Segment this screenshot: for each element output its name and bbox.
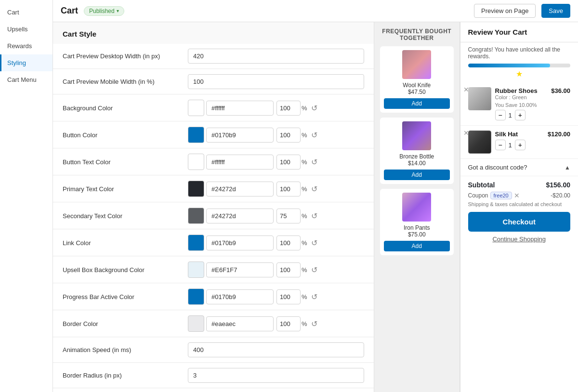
border-radius-label: Border Radius (in px) bbox=[63, 372, 188, 379]
sidebar-item-upsells[interactable]: Upsells bbox=[0, 21, 53, 38]
silk-hat-qty-value: 1 bbox=[509, 142, 512, 149]
preview-product-bronze: Bronze Bottle $14.00 Add bbox=[380, 118, 453, 184]
desktop-width-label: Cart Preview Desktop Width (in px) bbox=[63, 52, 188, 60]
rubber-shoes-qty: − 1 + bbox=[495, 110, 548, 120]
rubber-shoes-qty-decrease[interactable]: − bbox=[495, 110, 506, 120]
upsell-bg-color-label: Upsell Box Background Color bbox=[63, 266, 188, 274]
progress-bar-color-swatch[interactable] bbox=[188, 288, 204, 305]
primary-text-color-row: Primary Text Color % ↺ bbox=[53, 176, 374, 202]
background-color-row: Background Color % ↺ bbox=[53, 95, 374, 121]
border-pct-label: % bbox=[302, 320, 307, 327]
wool-add-button[interactable]: Add bbox=[384, 98, 449, 109]
link-reset-icon[interactable]: ↺ bbox=[311, 238, 317, 248]
preview-product-iron: Iron Pants $75.00 Add bbox=[380, 189, 453, 255]
upsell-bg-color-hex[interactable] bbox=[206, 262, 274, 277]
button-color-label: Button Color bbox=[63, 131, 188, 139]
progress-bar-color-row: Progress Bar Active Color % ↺ bbox=[53, 284, 374, 310]
background-color-pct[interactable] bbox=[276, 101, 301, 116]
animation-speed-row: Animation Speed (in ms) bbox=[53, 338, 374, 363]
button-text-color-row: Button Text Color % ↺ bbox=[53, 149, 374, 175]
border-color-hex[interactable] bbox=[206, 316, 274, 331]
published-badge[interactable]: Published ▾ bbox=[84, 6, 124, 16]
border-color-pct[interactable] bbox=[276, 316, 301, 331]
remove-silk-hat-icon[interactable]: ✕ bbox=[463, 130, 469, 136]
secondary-text-color-swatch[interactable] bbox=[188, 208, 204, 224]
button-text-color-hex[interactable] bbox=[206, 155, 274, 170]
sidebar-item-styling[interactable]: Styling bbox=[0, 54, 53, 71]
border-color-swatch[interactable] bbox=[188, 315, 204, 332]
silk-hat-price: $120.00 bbox=[548, 131, 570, 138]
rubber-shoes-variant: Color : Green bbox=[495, 94, 548, 100]
rubber-shoes-name: Rubber Shoes bbox=[495, 87, 548, 94]
mobile-width-input[interactable] bbox=[188, 74, 364, 89]
discount-section: Got a discount code? ▲ bbox=[460, 159, 578, 176]
secondary-text-color-pct[interactable] bbox=[276, 209, 301, 223]
checkout-button[interactable]: Checkout bbox=[468, 212, 571, 232]
primary-text-color-hex[interactable] bbox=[206, 182, 274, 196]
badge-chevron-icon: ▾ bbox=[117, 8, 119, 13]
progress-bar-color-hex[interactable] bbox=[206, 289, 274, 304]
button-color-pct[interactable] bbox=[276, 128, 301, 143]
preview-panel: Frequently Bought Together Wool Knife $4… bbox=[374, 22, 460, 392]
bronze-add-button[interactable]: Add bbox=[384, 170, 449, 180]
silk-hat-qty-decrease[interactable]: − bbox=[495, 140, 506, 150]
sidebar-item-cart[interactable]: Cart bbox=[0, 4, 53, 21]
sidebar: Cart Upsells Rewards Styling Cart Menu bbox=[0, 0, 53, 392]
save-button[interactable]: Save bbox=[541, 4, 570, 18]
silk-hat-qty-increase[interactable]: + bbox=[515, 140, 525, 150]
silk-hat-details: Silk Hat − 1 + bbox=[495, 131, 544, 150]
border-radius-input[interactable] bbox=[188, 368, 364, 383]
sidebar-item-cart-menu[interactable]: Cart Menu bbox=[0, 71, 53, 88]
button-color-hex[interactable] bbox=[206, 128, 274, 143]
cart-item-rubber-shoes: ✕ Rubber Shoes Color : Green You Save 10… bbox=[460, 82, 578, 126]
button-text-color-swatch[interactable] bbox=[188, 154, 204, 170]
progress-bar-reset-icon[interactable]: ↺ bbox=[311, 292, 317, 301]
upsell-bg-color-swatch[interactable] bbox=[188, 261, 204, 278]
button-color-swatch[interactable] bbox=[188, 127, 204, 143]
remove-rubber-shoes-icon[interactable]: ✕ bbox=[463, 86, 469, 93]
iron-product-name: Iron Pants bbox=[384, 224, 449, 231]
progress-bar-pct-label: % bbox=[302, 293, 307, 301]
primary-text-color-swatch[interactable] bbox=[188, 181, 204, 197]
preview-button[interactable]: Preview on Page bbox=[474, 4, 536, 18]
progress-bar-color-pct[interactable] bbox=[276, 289, 301, 304]
background-color-hex[interactable] bbox=[206, 101, 274, 116]
coupon-label: Coupon free20 ✕ bbox=[468, 192, 520, 199]
coupon-remove-icon[interactable]: ✕ bbox=[514, 192, 520, 199]
button-text-reset-icon[interactable]: ↺ bbox=[311, 157, 317, 167]
rubber-shoes-qty-increase[interactable]: + bbox=[515, 110, 525, 120]
bronze-product-name: Bronze Bottle bbox=[384, 153, 449, 160]
upsell-bg-color-pct[interactable] bbox=[276, 262, 301, 277]
background-reset-icon[interactable]: ↺ bbox=[311, 104, 317, 113]
primary-text-color-label: Primary Text Color bbox=[63, 185, 188, 193]
button-text-color-pct[interactable] bbox=[276, 155, 301, 170]
silk-hat-image bbox=[468, 131, 491, 154]
button-color-row: Button Color % ↺ bbox=[53, 122, 374, 148]
rubber-shoes-qty-value: 1 bbox=[509, 112, 512, 119]
border-reset-icon[interactable]: ↺ bbox=[311, 319, 317, 328]
desktop-width-row: Cart Preview Desktop Width (in px) bbox=[53, 44, 374, 69]
desktop-width-input[interactable] bbox=[188, 49, 364, 64]
secondary-text-color-row: Secondary Text Color % ↺ bbox=[53, 203, 374, 229]
link-color-swatch[interactable] bbox=[188, 235, 204, 251]
progress-bar-color-label: Progress Bar Active Color bbox=[63, 293, 188, 301]
link-color-hex[interactable] bbox=[206, 235, 274, 250]
iron-add-button[interactable]: Add bbox=[384, 241, 449, 251]
iron-product-price: $75.00 bbox=[384, 231, 449, 238]
secondary-text-reset-icon[interactable]: ↺ bbox=[311, 211, 317, 221]
primary-text-reset-icon[interactable]: ↺ bbox=[311, 184, 317, 194]
discount-toggle[interactable]: Got a discount code? ▲ bbox=[468, 164, 571, 171]
primary-text-color-pct[interactable] bbox=[276, 182, 301, 196]
subtotal-value: $156.00 bbox=[546, 181, 570, 189]
link-color-pct[interactable] bbox=[276, 235, 301, 250]
sidebar-item-rewards[interactable]: Rewards bbox=[0, 38, 53, 54]
background-color-swatch[interactable] bbox=[188, 100, 204, 116]
continue-shopping-link[interactable]: Continue Shopping bbox=[468, 235, 571, 243]
background-pct-label: % bbox=[302, 105, 307, 112]
button-reset-icon[interactable]: ↺ bbox=[311, 131, 317, 140]
cart-congrats-text: Congrats! You have unlocked all the rewa… bbox=[460, 42, 578, 64]
animation-speed-input[interactable] bbox=[188, 342, 364, 357]
wool-product-price: $47.50 bbox=[384, 89, 449, 95]
upsell-bg-reset-icon[interactable]: ↺ bbox=[311, 265, 317, 274]
secondary-text-color-hex[interactable] bbox=[206, 209, 274, 223]
